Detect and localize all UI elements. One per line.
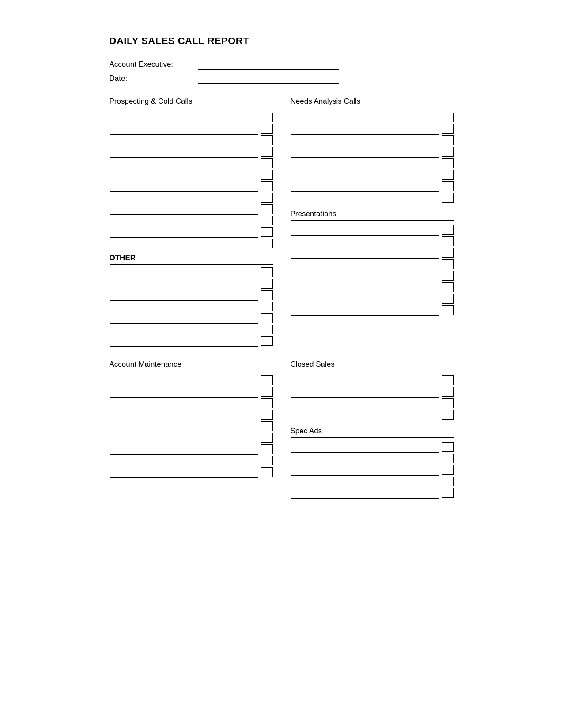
entry-box[interactable]: [261, 302, 273, 311]
entry-line[interactable]: [291, 487, 439, 499]
entry-line[interactable]: [291, 375, 439, 386]
entry-line[interactable]: [291, 398, 439, 409]
entry-line[interactable]: [110, 335, 258, 347]
entry-box[interactable]: [442, 124, 454, 134]
entry-line[interactable]: [110, 386, 258, 398]
entry-line[interactable]: [110, 324, 258, 335]
entry-line[interactable]: [291, 169, 439, 180]
entry-line[interactable]: [110, 278, 258, 289]
entry-line[interactable]: [291, 247, 439, 259]
entry-box[interactable]: [442, 442, 454, 452]
entry-box[interactable]: [261, 267, 273, 277]
entry-line[interactable]: [110, 375, 258, 386]
entry-line[interactable]: [291, 158, 439, 169]
entry-box[interactable]: [261, 170, 273, 180]
entry-box[interactable]: [442, 294, 454, 304]
entry-box[interactable]: [261, 124, 273, 134]
entry-box[interactable]: [261, 375, 273, 385]
entry-box[interactable]: [261, 216, 273, 225]
entry-box[interactable]: [261, 421, 273, 431]
entry-line[interactable]: [291, 293, 439, 304]
entry-box[interactable]: [261, 290, 273, 300]
date-input[interactable]: [198, 75, 339, 84]
entry-box[interactable]: [442, 305, 454, 315]
entry-box[interactable]: [442, 488, 454, 498]
entry-box[interactable]: [442, 398, 454, 408]
entry-line[interactable]: [110, 238, 258, 249]
entry-line[interactable]: [110, 409, 258, 420]
entry-line[interactable]: [110, 135, 258, 146]
account-executive-input[interactable]: [198, 61, 339, 70]
entry-box[interactable]: [261, 387, 273, 397]
entry-line[interactable]: [110, 312, 258, 324]
entry-line[interactable]: [291, 192, 439, 203]
entry-line[interactable]: [110, 158, 258, 169]
entry-box[interactable]: [261, 227, 273, 237]
entry-box[interactable]: [442, 465, 454, 475]
entry-box[interactable]: [261, 444, 273, 454]
entry-box[interactable]: [261, 181, 273, 191]
entry-line[interactable]: [291, 135, 439, 146]
entry-box[interactable]: [261, 325, 273, 334]
entry-line[interactable]: [291, 224, 439, 236]
entry-box[interactable]: [442, 248, 454, 258]
entry-line[interactable]: [110, 455, 258, 466]
entry-line[interactable]: [110, 169, 258, 180]
entry-line[interactable]: [110, 146, 258, 158]
entry-line[interactable]: [291, 281, 439, 293]
entry-line[interactable]: [110, 466, 258, 478]
entry-line[interactable]: [110, 443, 258, 455]
entry-box[interactable]: [442, 170, 454, 180]
entry-line[interactable]: [110, 301, 258, 312]
entry-box[interactable]: [261, 193, 273, 203]
entry-box[interactable]: [442, 259, 454, 269]
entry-box[interactable]: [261, 279, 273, 289]
entry-box[interactable]: [442, 135, 454, 145]
entry-box[interactable]: [442, 387, 454, 397]
entry-box[interactable]: [261, 433, 273, 443]
entry-box[interactable]: [261, 410, 273, 420]
entry-line[interactable]: [291, 386, 439, 398]
entry-line[interactable]: [110, 180, 258, 192]
entry-line[interactable]: [110, 432, 258, 443]
entry-box[interactable]: [442, 158, 454, 168]
entry-box[interactable]: [261, 336, 273, 346]
entry-box[interactable]: [261, 456, 273, 465]
entry-box[interactable]: [261, 467, 273, 477]
entry-line[interactable]: [291, 409, 439, 420]
entry-box[interactable]: [261, 398, 273, 408]
entry-line[interactable]: [110, 266, 258, 278]
entry-box[interactable]: [442, 375, 454, 385]
entry-line[interactable]: [291, 123, 439, 135]
entry-box[interactable]: [442, 454, 454, 463]
entry-line[interactable]: [291, 464, 439, 476]
entry-box[interactable]: [442, 271, 454, 281]
entry-line[interactable]: [291, 180, 439, 192]
entry-line[interactable]: [110, 289, 258, 301]
entry-box[interactable]: [261, 147, 273, 157]
entry-line[interactable]: [110, 215, 258, 226]
entry-box[interactable]: [442, 282, 454, 292]
entry-line[interactable]: [110, 123, 258, 135]
entry-box[interactable]: [261, 204, 273, 214]
entry-box[interactable]: [442, 181, 454, 191]
entry-box[interactable]: [442, 113, 454, 122]
entry-box[interactable]: [442, 236, 454, 246]
entry-line[interactable]: [110, 112, 258, 123]
entry-line[interactable]: [291, 453, 439, 464]
entry-line[interactable]: [291, 270, 439, 281]
entry-box[interactable]: [261, 313, 273, 323]
entry-line[interactable]: [110, 420, 258, 432]
entry-line[interactable]: [291, 146, 439, 158]
entry-box[interactable]: [442, 147, 454, 157]
entry-line[interactable]: [110, 203, 258, 215]
entry-line[interactable]: [291, 259, 439, 270]
entry-line[interactable]: [291, 236, 439, 247]
entry-box[interactable]: [442, 477, 454, 486]
entry-line[interactable]: [110, 398, 258, 409]
entry-box[interactable]: [261, 239, 273, 248]
entry-box[interactable]: [261, 158, 273, 168]
entry-line[interactable]: [110, 192, 258, 203]
entry-line[interactable]: [110, 226, 258, 238]
entry-box[interactable]: [261, 135, 273, 145]
